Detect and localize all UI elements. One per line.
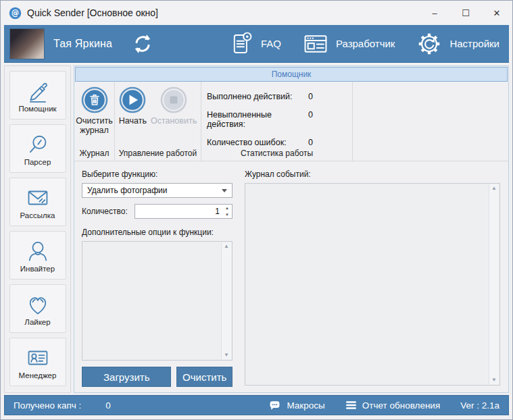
hamburger-icon (345, 400, 357, 410)
options-textarea[interactable]: ▲ ▼ (82, 241, 233, 361)
envelope-icon (25, 185, 51, 211)
group-label-control: Управление работой (115, 147, 201, 161)
event-log-label: Журнал событий: (245, 169, 500, 179)
maximize-button[interactable]: ☐ (450, 1, 481, 25)
title-bar: @ Quick Sender [Основное окно] – ☐ ✕ (1, 1, 512, 25)
stat-label: Количество ошибок: (207, 138, 308, 147)
status-right: Макросы Отчет обновления Ver : 2.1a (268, 400, 499, 411)
stat-label: Выполнено действий: (207, 92, 308, 101)
function-form: Выберите функцию: Удалить фотографии Кол… (78, 166, 235, 387)
version-label: Ver : 2.1a (460, 400, 499, 411)
event-log-scrollbar[interactable]: ▲ ▼ (489, 184, 499, 384)
function-selected-value: Удалить фотографии (87, 186, 167, 195)
sidebar-item-liker[interactable]: Лайкер (9, 284, 66, 333)
sidebar-item-assistant[interactable]: Помощник (9, 71, 66, 120)
header-menu: FAQ Разработчик (229, 30, 499, 58)
menu-item-developer[interactable]: Разработчик (301, 30, 395, 57)
stats-grid: Выполнено действий: 0 Невыполненные дейс… (201, 85, 352, 147)
sidebar-label: Помощник (18, 105, 56, 113)
stop-circle-icon (160, 86, 187, 113)
options-scrollbar[interactable]: ▲ ▼ (221, 242, 231, 359)
clear-button[interactable]: Очистить (176, 367, 233, 387)
quantity-stepper[interactable]: 1 ▲ ▼ (135, 204, 233, 219)
scroll-down-icon[interactable]: ▼ (491, 377, 497, 383)
update-report-button[interactable]: Отчет обновления (345, 400, 440, 411)
clear-log-button[interactable]: Очистить журнал (76, 85, 114, 136)
sidebar-label: Парсер (24, 158, 51, 166)
scroll-up-icon[interactable]: ▲ (224, 244, 229, 249)
stat-row-errors: Количество ошибок: 0 (207, 138, 352, 147)
status-bar: Получено капч : 0 Макросы (4, 395, 509, 415)
load-button[interactable]: Загрузить (82, 367, 171, 387)
body: Помощник Парсер (4, 63, 509, 393)
clear-button-label: Очистить (182, 371, 226, 383)
toolbar-group-journal: Очистить журнал Журнал (74, 82, 115, 161)
macros-button[interactable]: Макросы (268, 400, 324, 411)
tab-label: Помощник (272, 70, 312, 79)
sidebar-label: Менеджер (19, 371, 57, 379)
content: Выберите функцию: Удалить фотографии Кол… (74, 161, 508, 392)
sidebar-item-inviter[interactable]: Инвайтер (9, 231, 66, 280)
id-card-icon (25, 345, 51, 371)
menu-item-settings[interactable]: Настройки (415, 30, 499, 58)
heart-icon (25, 292, 51, 317)
faq-document-icon (229, 30, 255, 57)
speech-bubble-icon (268, 400, 281, 411)
stat-value: 0 (308, 110, 352, 129)
header-bar: Тая Яркина (4, 25, 509, 63)
menu-item-faq[interactable]: FAQ (229, 30, 281, 57)
quantity-row: Количество: 1 ▲ ▼ (82, 204, 233, 219)
scroll-up-icon[interactable]: ▲ (491, 186, 497, 191)
username: Тая Яркина (53, 38, 112, 50)
sidebar-label: Рассылка (20, 211, 55, 219)
sidebar-label: Инвайтер (20, 265, 55, 273)
window-controls: – ☐ ✕ (419, 1, 512, 25)
toolbar-group-stats: Выполнено действий: 0 Невыполненные дейс… (201, 82, 353, 161)
captcha-label: Получено капч : (14, 400, 81, 411)
app-window: @ Quick Sender [Основное окно] – ☐ ✕ Тая… (0, 0, 513, 420)
sidebar-item-parser[interactable]: Парсер (9, 124, 66, 173)
close-button[interactable]: ✕ (481, 1, 512, 25)
svg-text:@: @ (11, 8, 19, 18)
options-label: Дополнительные опции к функции: (82, 228, 233, 237)
macros-label: Макросы (287, 400, 324, 411)
stat-label: Невыполненные действия: (207, 110, 308, 129)
sidebar-label: Лайкер (24, 318, 50, 326)
sidebar: Помощник Парсер (4, 65, 71, 393)
clear-log-label: Очистить журнал (76, 116, 114, 136)
menu-label-faq: FAQ (261, 38, 281, 49)
chevron-down-icon (222, 189, 227, 192)
stat-row-done: Выполнено действий: 0 (207, 92, 352, 101)
sidebar-item-mailing[interactable]: Рассылка (9, 178, 66, 226)
spinner-up-icon[interactable]: ▲ (222, 205, 232, 211)
quantity-spinner: ▲ ▼ (222, 205, 232, 218)
start-button[interactable]: Начать (119, 85, 147, 126)
update-report-label: Отчет обновления (362, 400, 440, 411)
window-frame: Тая Яркина (1, 25, 512, 419)
play-circle-icon (119, 86, 146, 113)
app-logo-icon: @ (9, 7, 22, 20)
person-icon (25, 238, 51, 264)
stat-value: 0 (308, 92, 352, 101)
minimize-button[interactable]: – (419, 1, 450, 25)
form-buttons: Загрузить Очистить (82, 367, 233, 387)
spinner-down-icon[interactable]: ▼ (222, 211, 232, 218)
toolbar-group-control: Начать Остановить Управ (115, 82, 201, 161)
pencil-icon (25, 78, 51, 104)
toolbar-spacer (353, 82, 508, 161)
event-log-textarea[interactable]: ▲ ▼ (245, 183, 500, 386)
refresh-icon[interactable] (131, 32, 154, 55)
trash-circle-icon (81, 86, 108, 113)
avatar (9, 28, 45, 59)
function-label: Выберите функцию: (82, 169, 233, 179)
main-panel: Помощник (74, 65, 509, 393)
load-button-label: Загрузить (103, 371, 150, 383)
stop-button[interactable]: Остановить (151, 85, 197, 126)
group-label-stats: Статистика работы (201, 147, 352, 161)
function-select[interactable]: Удалить фотографии (82, 183, 233, 198)
sidebar-item-manager[interactable]: Менеджер (9, 338, 66, 386)
magnifier-icon (25, 132, 51, 157)
developer-window-icon (301, 30, 330, 57)
tab-assistant[interactable]: Помощник (75, 67, 508, 82)
scroll-down-icon[interactable]: ▼ (224, 352, 229, 358)
